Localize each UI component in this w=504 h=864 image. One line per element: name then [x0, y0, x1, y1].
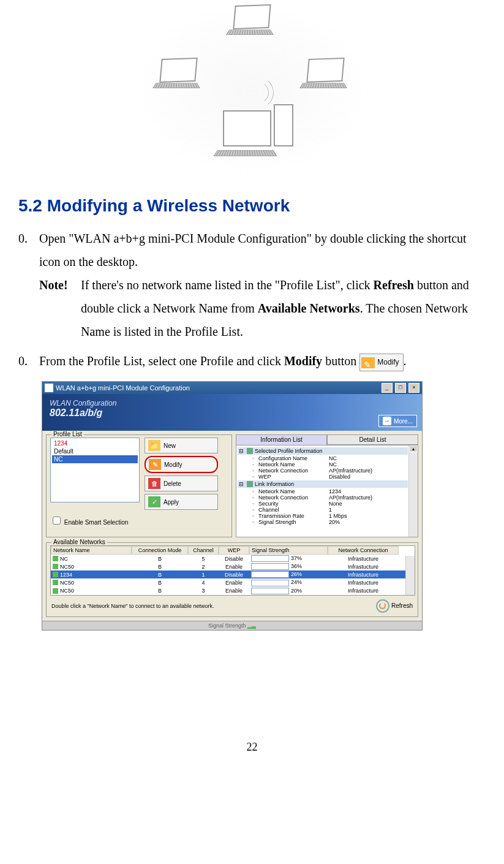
step-text: From the Profile List, select one Profil… — [39, 354, 359, 368]
table-row[interactable]: NC50B2Enable36%Infrastucture — [51, 563, 415, 570]
network-icon — [53, 588, 58, 594]
network-icon — [53, 564, 58, 569]
window-title: WLAN a+b+g mini-PCI Module Configuration — [56, 384, 190, 392]
available-networks-group: Available Networks Network NameConnectio… — [46, 542, 418, 617]
group-label: Available Networks — [51, 539, 107, 545]
new-button[interactable]: 📁 New — [145, 438, 218, 453]
tree-row: ▫Channel1 — [251, 507, 408, 513]
scrollbar[interactable] — [408, 445, 418, 537]
status-bar: Signal Strength ▂▃ — [42, 621, 422, 630]
footer-hint: Double click a "Network Name" to connect… — [51, 603, 214, 609]
magnifier-icon — [376, 599, 389, 613]
check-icon: ✓ — [148, 496, 160, 507]
note-text: If there's no network name listed in the… — [81, 273, 486, 343]
network-icon — [53, 572, 58, 577]
step-item: 0. Open "WLAN a+b+g mini-PCI Module Conf… — [18, 227, 486, 343]
tree-row: ▫SecurityNone — [251, 501, 408, 507]
tree-row: ▫Network Name1234 — [251, 488, 408, 495]
maximize-icon[interactable]: □ — [395, 383, 406, 393]
tree-row: ▫Signal Strength20% — [251, 519, 408, 525]
profile-item[interactable]: NC — [52, 455, 138, 463]
tab-information-list[interactable]: Information List — [236, 434, 327, 445]
page-number: 22 — [18, 741, 486, 754]
networks-table[interactable]: Network NameConnection ModeChannelWEPSig… — [50, 545, 415, 596]
table-row[interactable]: NC50B3Enable20%Infrastucture — [51, 587, 415, 595]
trash-icon: 🗑 — [148, 478, 160, 489]
banner: WLAN Configuration 802.11a/b/g → More... — [42, 394, 422, 431]
information-tree[interactable]: ⊟Selected Profile Information▫Configurat… — [236, 445, 418, 537]
table-row[interactable]: NCB5Disable37%Infrastucture — [51, 555, 415, 563]
more-button[interactable]: → More... — [378, 415, 417, 427]
checkbox-input[interactable] — [53, 517, 61, 525]
section-heading: 5.2 Modifying a Wireless Network — [18, 196, 486, 216]
wrench-icon: ✎ — [149, 459, 161, 470]
wrench-icon — [361, 357, 375, 368]
delete-button[interactable]: 🗑 Delete — [145, 476, 218, 491]
network-icon — [53, 556, 58, 561]
tree-row: ▫WEPDisabled — [251, 474, 408, 480]
app-icon — [45, 384, 53, 392]
profile-icon — [247, 448, 253, 454]
table-row[interactable]: NC50B4Enable24%Infrastucture — [51, 578, 415, 586]
step-number: 0. — [18, 349, 39, 373]
enable-smart-selection-checkbox[interactable]: Enable Smart Selection — [50, 515, 228, 526]
refresh-button[interactable]: Refresh — [376, 599, 413, 613]
group-label: Profile List — [51, 431, 84, 438]
tree-row: ▫Network NameNC — [251, 461, 408, 468]
network-icon — [53, 580, 58, 585]
table-row[interactable]: 1234B1Disable26%Infrastucture — [51, 570, 415, 578]
profile-item[interactable]: 1234 — [52, 439, 138, 447]
profile-item[interactable]: Default — [52, 447, 138, 455]
folder-icon: 📁 — [148, 440, 160, 451]
tab-detail-list[interactable]: Detail List — [327, 434, 418, 445]
tree-group[interactable]: ⊟Link Information — [238, 480, 408, 488]
tree-row: ▫Network ConnectionAP(Infrastructure) — [251, 468, 408, 474]
link-icon — [247, 481, 253, 487]
modify-button-inline: Modify — [359, 354, 403, 371]
profile-list-group: Profile List 1234DefaultNC 📁 New ✎ Modif… — [46, 434, 232, 537]
tree-row: ▫Configuration NameNC — [251, 455, 408, 461]
modify-button[interactable]: ✎ Modify — [145, 456, 218, 473]
window-controls[interactable]: _ □ × — [381, 383, 419, 393]
app-window: WLAN a+b+g mini-PCI Module Configuration… — [42, 381, 423, 631]
tree-group[interactable]: ⊟Selected Profile Information — [238, 447, 408, 455]
step-text: Open "WLAN a+b+g mini-PCI Module Configu… — [39, 232, 467, 268]
minimize-icon[interactable]: _ — [382, 383, 393, 393]
tree-row: ▫Transmission Rate1 Mbps — [251, 513, 408, 519]
note-label: Note! — [39, 273, 81, 343]
table-header[interactable]: Network NameConnection ModeChannelWEPSig… — [51, 546, 415, 555]
tree-row: ▫Network ConnectionAP(Infrastructure) — [251, 495, 408, 501]
step-number: 0. — [18, 227, 39, 343]
step-text-tail: . — [404, 354, 407, 368]
scrollbar[interactable] — [405, 556, 415, 595]
window-titlebar: WLAN a+b+g mini-PCI Module Configuration… — [42, 382, 422, 394]
step-item: 0. From the Profile List, select one Pro… — [18, 349, 486, 373]
close-icon[interactable]: × — [408, 383, 419, 393]
arrow-right-icon: → — [383, 417, 391, 425]
network-diagram-image — [130, 0, 375, 178]
profile-listbox[interactable]: 1234DefaultNC — [50, 438, 140, 502]
banner-subtitle: 802.11a/b/g — [50, 407, 415, 419]
apply-button[interactable]: ✓ Apply — [145, 494, 218, 510]
banner-title: WLAN Configuration — [50, 399, 415, 407]
